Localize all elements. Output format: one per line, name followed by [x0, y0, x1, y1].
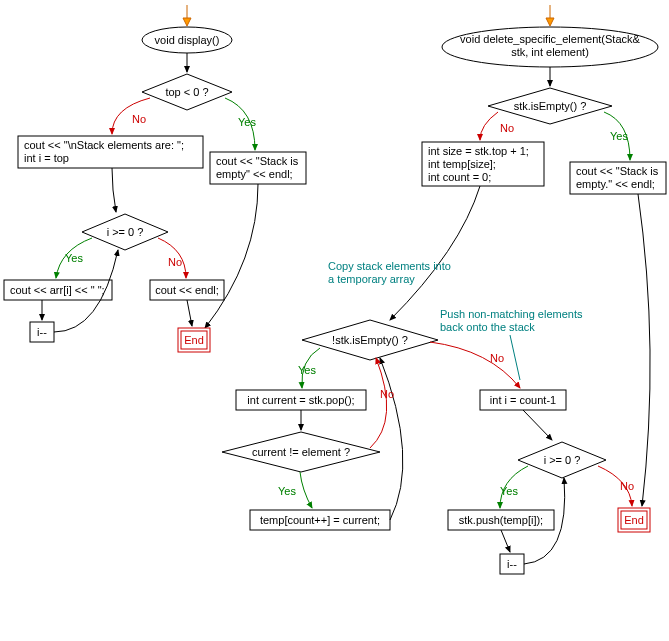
label-yes-1: Yes [238, 116, 256, 128]
node-r-store: temp[count++] = current; [250, 510, 390, 530]
svg-line-27 [523, 410, 552, 440]
node-r-cond-empty: stk.isEmpty() ? [488, 88, 612, 124]
label-yes-6: Yes [500, 485, 518, 497]
text-r-start-1: void delete_specific_element(Stack& [460, 33, 640, 45]
text-r-push: stk.push(temp[i]); [459, 514, 543, 526]
node-r-init-i: int i = count-1 [480, 390, 566, 410]
text-d-header-2: int i = top [24, 152, 69, 164]
label-yes-3: Yes [610, 130, 628, 142]
label-no-4: No [380, 388, 394, 400]
text-d-header-1: cout << "\nStack elements are: "; [24, 139, 184, 151]
text-d-empty-1: cout << "Stack is [216, 155, 299, 167]
text-r-dec: i-- [507, 558, 517, 570]
start-arrow-right [546, 5, 554, 26]
label-yes-4: Yes [298, 364, 316, 376]
node-r-cond-loop1: !stk.isEmpty() ? [302, 320, 438, 360]
node-d-print: cout << arr[i] << " "; [4, 280, 112, 300]
svg-line-30 [501, 530, 510, 552]
node-r-init: int size = stk.top + 1; int temp[size]; … [422, 142, 544, 186]
node-r-cond-i: i >= 0 ? [518, 442, 606, 478]
text-r-init-i: int i = count-1 [490, 394, 556, 406]
label-no-5: No [490, 352, 504, 364]
text-d-dec: i-- [37, 326, 47, 338]
text-ann-copy-1: Copy stack elements into [328, 260, 451, 272]
text-r-end: End [624, 514, 644, 526]
label-yes-5: Yes [278, 485, 296, 497]
node-r-push: stk.push(temp[i]); [448, 510, 554, 530]
text-r-cond-empty: stk.isEmpty() ? [514, 100, 587, 112]
annotation-push: Push non-matching elements back onto the… [440, 308, 583, 333]
node-d-cond-top: top < 0 ? [142, 74, 232, 110]
label-no-1: No [132, 113, 146, 125]
text-r-empty-2: empty." << endl; [576, 178, 655, 190]
text-ann-copy-2: a temporary array [328, 273, 415, 285]
text-ann-push-2: back onto the stack [440, 321, 535, 333]
node-r-dec: i-- [500, 554, 524, 574]
label-yes-2: Yes [65, 252, 83, 264]
svg-line-25 [510, 335, 520, 380]
text-r-store: temp[count++] = current; [260, 514, 380, 526]
node-display-start: void display() [142, 27, 232, 53]
node-d-dec: i-- [30, 322, 54, 342]
text-r-init-3: int count = 0; [428, 171, 491, 183]
text-d-start: void display() [155, 34, 220, 46]
node-d-endl: cout << endl; [150, 280, 224, 300]
node-d-end: End [178, 328, 210, 352]
text-d-empty-2: empty" << endl; [216, 168, 293, 180]
node-d-cond-i: i >= 0 ? [82, 214, 168, 250]
text-r-start-2: stk, int element) [511, 46, 589, 58]
label-no-2: No [168, 256, 182, 268]
text-r-cond-match: current != element ? [252, 446, 350, 458]
text-r-init-1: int size = stk.top + 1; [428, 145, 529, 157]
text-d-cond-i: i >= 0 ? [107, 226, 144, 238]
label-no-3: No [500, 122, 514, 134]
start-arrow-left [183, 5, 191, 26]
node-r-start: void delete_specific_element(Stack& stk,… [442, 27, 658, 67]
text-r-pop: int current = stk.pop(); [247, 394, 354, 406]
text-d-cond-top: top < 0 ? [165, 86, 208, 98]
node-d-header: cout << "\nStack elements are: "; int i … [18, 136, 203, 168]
text-d-endl: cout << endl; [155, 284, 219, 296]
text-r-init-2: int temp[size]; [428, 158, 496, 170]
text-r-cond-loop1: !stk.isEmpty() ? [332, 334, 408, 346]
text-d-end: End [184, 334, 204, 346]
text-d-print: cout << arr[i] << " "; [10, 284, 105, 296]
node-r-pop: int current = stk.pop(); [236, 390, 366, 410]
node-r-end: End [618, 508, 650, 532]
svg-line-11 [187, 300, 192, 326]
label-no-6: No [620, 480, 634, 492]
node-r-empty: cout << "Stack is empty." << endl; [570, 162, 666, 194]
node-d-empty: cout << "Stack is empty" << endl; [210, 152, 306, 184]
node-r-cond-match: current != element ? [222, 432, 380, 472]
text-r-empty-1: cout << "Stack is [576, 165, 659, 177]
text-r-cond-i: i >= 0 ? [544, 454, 581, 466]
text-ann-push-1: Push non-matching elements [440, 308, 583, 320]
